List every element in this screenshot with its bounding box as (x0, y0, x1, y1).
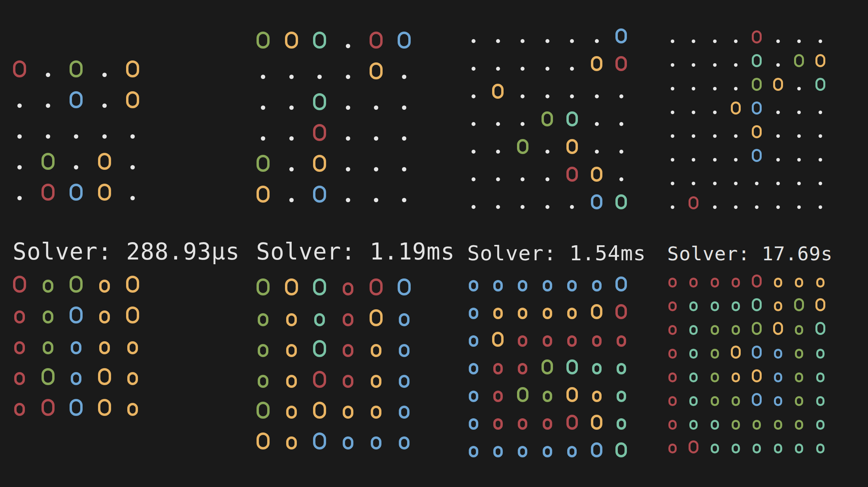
small-ring-icon (711, 325, 719, 335)
solution-grid (13, 262, 154, 416)
grid-cell (591, 347, 615, 374)
small-ring-icon (286, 344, 297, 357)
small-ring-icon (343, 313, 353, 326)
small-ring-icon (732, 396, 740, 406)
empty-dot-icon (496, 177, 500, 181)
grid-cell (615, 347, 640, 374)
grid-row (467, 264, 640, 291)
grid-cell (492, 182, 516, 209)
empty-dot-icon (776, 63, 780, 67)
small-ring-icon (14, 341, 25, 354)
grid-cell (591, 154, 615, 182)
grid-cell (313, 49, 341, 79)
grid-cell (709, 115, 730, 138)
grid-cell (397, 110, 425, 141)
grid-cell (517, 402, 541, 430)
grid-cell (492, 126, 516, 154)
small-ring-icon (43, 280, 53, 293)
grid-row (256, 49, 425, 79)
empty-dot-icon (570, 94, 574, 98)
grid-cell (97, 139, 125, 170)
grid-cell (815, 264, 836, 288)
grid-row (667, 138, 836, 162)
grid-row (256, 295, 425, 326)
grid-row (13, 323, 154, 354)
grid-cell (397, 79, 425, 110)
grid-cell (815, 382, 836, 406)
grid-cell (709, 382, 730, 406)
empty-dot-icon (317, 75, 322, 79)
small-ring-icon (518, 446, 527, 457)
grid-cell (541, 347, 566, 374)
large-ring-icon (98, 399, 111, 416)
grid-cell (794, 67, 815, 91)
grid-cell (591, 319, 615, 347)
grid-cell (369, 265, 397, 295)
grid-cell (284, 388, 312, 419)
empty-dot-icon (595, 39, 599, 43)
grid-cell (615, 291, 640, 319)
grid-cell (730, 67, 751, 91)
grid-row (667, 20, 836, 43)
large-ring-icon (566, 359, 578, 374)
small-ring-icon (343, 436, 353, 449)
grid-cell (13, 170, 41, 201)
grid-row (13, 385, 154, 416)
large-ring-icon (98, 368, 111, 385)
grid-cell (709, 91, 730, 115)
small-ring-icon (711, 396, 719, 406)
grid-cell (688, 20, 709, 43)
large-ring-icon (313, 278, 326, 295)
small-ring-icon (99, 280, 110, 293)
large-ring-icon (731, 346, 741, 359)
grid-cell (97, 323, 125, 354)
grid-cell (256, 419, 284, 449)
grid-cell (794, 20, 815, 43)
grid-cell (126, 385, 154, 416)
large-ring-icon (13, 60, 26, 77)
large-ring-icon (398, 278, 411, 295)
empty-dot-icon (545, 94, 549, 98)
grid-cell (752, 138, 773, 162)
grid-cell (13, 354, 41, 385)
grid-cell (341, 357, 369, 388)
grid-cell (313, 141, 341, 172)
small-ring-icon (258, 375, 268, 388)
empty-dot-icon (346, 75, 350, 79)
empty-dot-icon (570, 67, 574, 71)
large-ring-icon (313, 186, 326, 203)
empty-dot-icon (346, 44, 350, 48)
large-ring-icon (752, 54, 762, 67)
empty-dot-icon (619, 150, 623, 154)
large-ring-icon (370, 278, 383, 295)
grid-cell (794, 91, 815, 115)
large-ring-icon (752, 298, 762, 311)
grid-cell (467, 99, 492, 126)
small-ring-icon (732, 420, 740, 430)
solver-time-label: Solver: 288.93µs (13, 240, 240, 263)
large-ring-icon (257, 278, 270, 295)
empty-dot-icon (776, 39, 780, 43)
grid-cell (730, 162, 751, 186)
grid-cell (97, 108, 125, 139)
grid-cell (773, 67, 794, 91)
empty-dot-icon (102, 73, 107, 77)
grid-cell (492, 43, 516, 71)
empty-dot-icon (797, 39, 801, 43)
solver-time-label: Solver: 1.19ms (256, 240, 455, 263)
grid-cell (256, 265, 284, 295)
grid-cell (313, 388, 341, 419)
small-ring-icon (343, 375, 353, 388)
empty-dot-icon (472, 122, 476, 126)
large-ring-icon (731, 102, 741, 115)
empty-dot-icon (374, 136, 378, 141)
grid-cell (773, 430, 794, 453)
grid-cell (467, 430, 492, 457)
large-ring-icon (98, 153, 111, 170)
grid-cell (41, 293, 69, 323)
large-ring-icon (752, 102, 762, 115)
small-ring-icon (71, 372, 81, 385)
empty-dot-icon (521, 205, 525, 209)
grid-cell (815, 430, 836, 453)
grid-cell (397, 49, 425, 79)
